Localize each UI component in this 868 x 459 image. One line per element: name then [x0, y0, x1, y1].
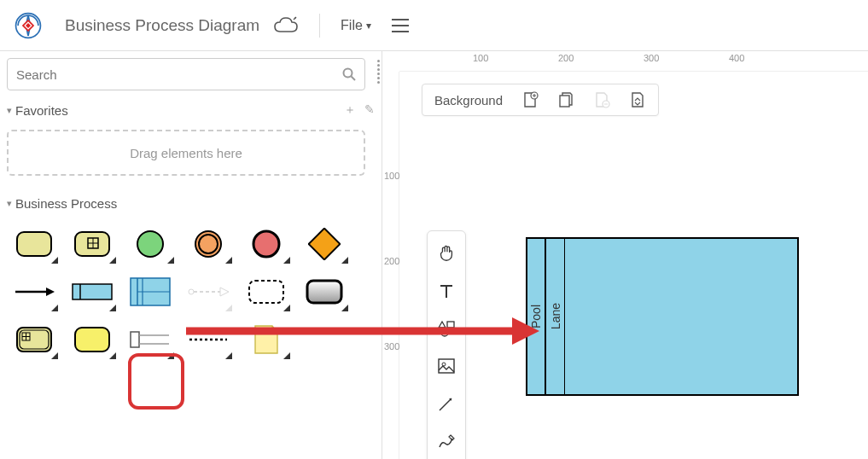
shape-subprocess[interactable] [67, 224, 118, 264]
context-label: Background [434, 93, 503, 107]
shape-association[interactable] [183, 320, 234, 359]
svg-point-6 [344, 69, 352, 78]
pool-title[interactable]: Pool [527, 239, 546, 394]
panel-grip-icon[interactable] [377, 60, 380, 84]
text-tool-icon[interactable] [436, 281, 457, 301]
favorites-section[interactable]: ▾ Favorites ＋ ✎ [7, 97, 375, 123]
shape-start-event[interactable] [125, 224, 176, 264]
svg-line-7 [352, 77, 356, 81]
search-input[interactable] [16, 67, 342, 82]
pan-tool-icon[interactable] [436, 243, 457, 264]
canvas[interactable]: 100 200 300 400 100 200 300 Background [382, 51, 868, 459]
shapes-tool-icon[interactable] [436, 318, 457, 339]
svg-point-13 [137, 231, 163, 257]
svg-marker-41 [255, 326, 277, 353]
image-tool-icon[interactable] [436, 356, 457, 376]
svg-rect-20 [73, 284, 112, 299]
search-icon [342, 67, 356, 81]
context-toolbar: Background [422, 84, 659, 116]
shape-annotation[interactable] [241, 320, 292, 359]
svg-marker-19 [46, 288, 55, 296]
bpmn-pool[interactable]: Pool Lane [526, 237, 799, 396]
shape-task-yellow[interactable] [67, 320, 118, 359]
svg-rect-53 [439, 359, 454, 373]
svg-line-55 [440, 398, 451, 410]
svg-rect-29 [249, 281, 283, 303]
svg-point-26 [189, 289, 194, 294]
vertical-ruler: 100 200 300 [382, 72, 399, 459]
app-logo [14, 11, 43, 40]
document-title: Business Process Diagram [65, 16, 259, 35]
svg-point-54 [442, 363, 446, 366]
search-box[interactable] [7, 58, 365, 90]
hamburger-menu-icon[interactable] [392, 19, 409, 32]
collapse-icon: ▾ [7, 198, 12, 209]
svg-rect-17 [309, 229, 341, 260]
svg-marker-50 [439, 322, 446, 328]
drag-hint-text: Drag elements here [130, 146, 242, 160]
svg-point-52 [441, 329, 448, 336]
shape-gateway[interactable] [299, 224, 350, 264]
copy-page-icon[interactable] [557, 91, 574, 108]
shape-pool-with-lane[interactable] [125, 272, 176, 311]
shape-sequence-flow[interactable] [9, 272, 60, 311]
chevron-down-icon: ▾ [366, 20, 371, 32]
svg-rect-36 [75, 328, 109, 352]
shape-end-event[interactable] [241, 224, 292, 264]
freehand-tool-icon[interactable] [436, 431, 457, 451]
favorites-drop-zone[interactable]: Drag elements here [7, 130, 365, 176]
shape-call-activity[interactable] [299, 272, 350, 311]
svg-rect-9 [75, 232, 109, 256]
shape-task[interactable] [9, 224, 60, 264]
lane-title[interactable]: Lane [546, 239, 565, 394]
palette-label: Business Process [15, 196, 117, 211]
paste-page-icon[interactable] [593, 91, 610, 108]
add-favorite-icon[interactable]: ＋ [344, 102, 356, 118]
separator [319, 14, 320, 38]
shape-event-subprocess[interactable] [241, 272, 292, 311]
fit-page-icon[interactable] [629, 91, 646, 108]
favorites-label: Favorites [15, 103, 68, 118]
file-menu[interactable]: File ▾ [341, 18, 371, 33]
business-process-section[interactable]: ▾ Business Process [7, 191, 375, 216]
svg-point-16 [253, 231, 279, 257]
cloud-sync-icon[interactable] [273, 16, 299, 35]
svg-rect-37 [131, 332, 139, 347]
shape-message-flow[interactable] [183, 272, 234, 311]
line-tool-icon[interactable] [436, 393, 457, 414]
svg-rect-8 [17, 232, 51, 256]
svg-marker-28 [220, 288, 229, 296]
shape-pool-horizontal[interactable] [67, 272, 118, 311]
svg-rect-30 [307, 281, 341, 303]
file-menu-label: File [341, 18, 363, 33]
horizontal-ruler: 100 200 300 400 [399, 51, 868, 72]
edit-favorite-icon[interactable]: ✎ [364, 102, 375, 118]
shapes-grid [7, 216, 375, 368]
shape-lane[interactable] [125, 320, 176, 359]
canvas-tools [427, 230, 466, 459]
shape-transaction[interactable] [9, 320, 60, 359]
svg-rect-51 [447, 322, 454, 328]
collapse-icon: ▾ [7, 105, 12, 116]
add-page-icon[interactable] [521, 91, 539, 108]
shape-intermediate-event[interactable] [183, 224, 234, 264]
svg-rect-45 [560, 96, 569, 107]
shape-palette-panel: ▾ Favorites ＋ ✎ Drag elements here ▾ Bus… [0, 51, 382, 459]
